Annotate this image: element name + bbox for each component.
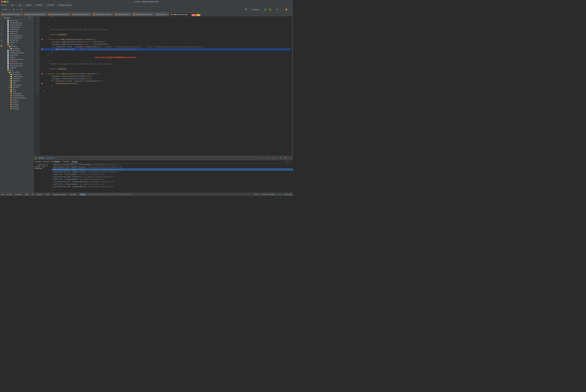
debug-status-btn[interactable]: Debug [79, 194, 86, 196]
tree-item-29[interactable]: ▾📁filter [3, 82, 33, 84]
settings-debug-btn[interactable]: ⚙ [279, 157, 283, 160]
tab-standardserver[interactable]: StandardServer.java × [92, 12, 114, 16]
close-button[interactable] [1, 1, 3, 2]
close-icon[interactable]: × [188, 14, 189, 15]
tree-item-9[interactable]: 📄version.bat [3, 39, 33, 41]
editor-scrollbar[interactable] [292, 16, 293, 156]
settings-icon[interactable]: ⚙ [12, 8, 15, 11]
step-into-btn[interactable]: ↓ [259, 157, 262, 160]
tree-item-17[interactable]: 📄hello.txt [3, 56, 33, 58]
event-log-btn[interactable]: Event Log [284, 194, 292, 196]
bootstrap-dropdown[interactable]: Bootstrap [251, 8, 260, 11]
sort-icon[interactable]: ≡ [16, 8, 19, 11]
tree-item-4[interactable]: 📄shutdown.sh [3, 28, 33, 30]
tree-item-12[interactable]: ▾📁Catalina [3, 45, 33, 48]
tree-item-11[interactable]: ▾📁conf [3, 43, 33, 45]
run-btn-status[interactable]: ▶ Run [7, 194, 12, 196]
tree-item-33[interactable]: ▾📁pool [3, 90, 33, 92]
debug-button[interactable]: 🐛 [268, 8, 273, 11]
tree-item-19[interactable]: 📄server.xml [3, 60, 33, 62]
tree-item-40[interactable]: ELTest3 [3, 105, 33, 108]
tab-console[interactable]: Console [62, 160, 70, 163]
tab-memory[interactable]: Memory [43, 161, 49, 162]
breakpoint-icon[interactable] [41, 48, 42, 50]
frames-filter-btn[interactable]: ▽ [289, 160, 292, 163]
frame-row-1[interactable]: addListeners:519, MapperListener (org.ap… [52, 166, 293, 168]
frame-row-3[interactable]: startInternal:111, MapperListener (org.a… [52, 171, 293, 173]
evaluate-btn[interactable]: ≈ [269, 157, 271, 160]
close-icon[interactable]: × [152, 14, 153, 15]
collapse-icon[interactable]: ⊟ [20, 8, 23, 11]
frame-row-5[interactable]: startInternal:994, Connector (org.apache… [52, 176, 293, 178]
close-icon[interactable]: × [45, 14, 46, 15]
frame-row-9[interactable]: startInternal:768, StandardServer (org.a… [52, 186, 293, 188]
tree-item-31[interactable]: ▾📁naming [3, 86, 33, 88]
code-area[interactable]: } } /** * Add this mapper to the contain… [40, 16, 292, 156]
frames-settings-btn[interactable]: ⚙ [285, 160, 288, 163]
tree-item-30[interactable]: ▾📁group.send [3, 84, 33, 86]
maximize-button[interactable] [7, 1, 8, 2]
run-button[interactable]: ▶ [264, 8, 268, 11]
profiler-btn[interactable]: Profiler [37, 194, 42, 196]
layout-btn[interactable]: ⊞ [284, 157, 287, 160]
nav-item-catalina[interactable]: catalina [36, 4, 42, 6]
tree-item-5[interactable]: 📄startup.bat [3, 30, 33, 32]
debug-close-icon[interactable]: × [55, 157, 56, 159]
project-dropdown[interactable]: Project [1, 8, 8, 11]
pull-requests-icon[interactable]: ⇅ [0, 28, 3, 31]
todo-btn[interactable]: TODO [45, 194, 50, 196]
close-debug-btn[interactable]: — [288, 157, 292, 160]
tree-item-15[interactable]: 📄catalina.properties [3, 52, 33, 54]
tab-mapperlistener[interactable]: MapperListener.java × [169, 12, 191, 16]
tree-item-22[interactable]: 📄web.xml [3, 67, 33, 69]
tree-item-28[interactable]: ▾📁digesterx [3, 80, 33, 82]
json-parser-icon[interactable]: { } [0, 31, 3, 34]
tab-serverxml[interactable]: server.xml × [155, 12, 169, 16]
tree-item-38[interactable]: ELTest1 [3, 101, 33, 103]
tree-item-26[interactable]: ▾📁classloadtest [3, 75, 33, 78]
tree-item-24[interactable]: ▾📁com.luban [3, 71, 33, 73]
database-icon[interactable]: 🗄 [0, 34, 3, 36]
minimize-button[interactable] [4, 1, 6, 2]
close-icon[interactable]: × [166, 14, 167, 15]
big-data-icon[interactable]: ⊡ [0, 42, 3, 44]
build-btn[interactable]: Build [25, 194, 29, 196]
tree-item-13[interactable]: ▾📁localhost [3, 48, 33, 50]
tree-item-35[interactable]: ByteBufferTest [3, 95, 33, 97]
filter-btn[interactable]: ▽ [275, 157, 278, 160]
tab-standardmanager[interactable]: StandardManager.java × [48, 12, 71, 16]
tree-item-8[interactable]: 📄tool-wrapper.sh [3, 37, 33, 39]
tree-item-3[interactable]: 📄shutdown.bat [3, 26, 33, 28]
tab-standardservice[interactable]: StandardService.java × [132, 12, 154, 16]
project-settings-icon[interactable]: ⚙ [28, 17, 30, 19]
find-btn[interactable]: Find [1, 194, 4, 196]
step-out-btn[interactable]: ↑ [262, 157, 265, 160]
tree-item-20[interactable]: 📄tomcat-users.xml [3, 62, 33, 64]
tree-item-39[interactable]: ELTest2 [3, 103, 33, 105]
close-icon[interactable]: × [89, 14, 90, 15]
frame-row-0[interactable]: addLifecycleListener:62, LifecycleBase (… [52, 164, 293, 166]
nav-item-java[interactable]: java [11, 4, 14, 6]
terminal-btn[interactable]: Terminal [70, 194, 76, 196]
frame-row-7[interactable]: startInternal:477, StandardService (org.… [52, 180, 293, 183]
nav-item-tomcat[interactable]: tomcat [1, 4, 7, 6]
project-icon[interactable]: P [0, 17, 3, 19]
tree-item-1[interactable]: 📄setclasspath.bat [3, 22, 33, 24]
tree-item-41[interactable]: ELTest4 [3, 108, 33, 110]
tree-item-7[interactable]: 📄tool-wrapper.bat [3, 34, 33, 37]
tree-item-34[interactable]: BasicValue [3, 92, 33, 95]
close-icon[interactable]: × [21, 14, 22, 15]
run-to-cursor-btn[interactable]: ⇥ [265, 157, 268, 160]
tree-item-25[interactable]: ▾📁broadcast [3, 73, 33, 75]
tree-item-27[interactable]: ▾📁compilerx [3, 78, 33, 80]
nav-item-org[interactable]: org [19, 4, 21, 6]
git-btn[interactable]: Git [32, 194, 34, 196]
step-over-btn[interactable]: ↷ [256, 157, 259, 160]
notifications-icon[interactable]: 🔔 [284, 8, 288, 11]
nav-item-connector[interactable]: connector [46, 4, 55, 6]
tab-variables[interactable]: Variables [35, 161, 42, 162]
tree-item-2[interactable]: 📄setclasspath.sh [3, 24, 33, 26]
stop-btn[interactable]: ■ [272, 157, 275, 160]
frame-row-8[interactable]: start:147, LifecycleBase (org.apache.cat… [52, 183, 293, 186]
project-collapse-icon[interactable]: — [31, 17, 32, 19]
